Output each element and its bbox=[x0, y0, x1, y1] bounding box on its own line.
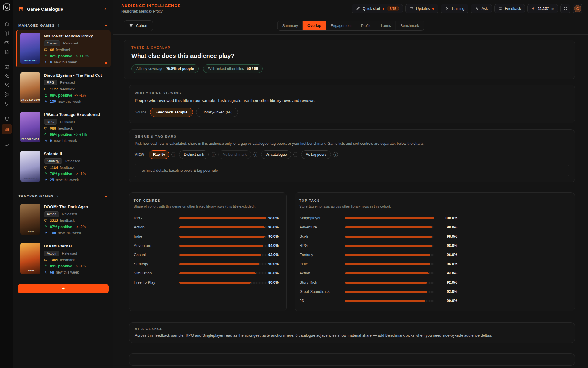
theme-toggle-button[interactable] bbox=[560, 4, 570, 13]
new-count: 9 bbox=[50, 139, 52, 143]
play-icon bbox=[445, 6, 449, 11]
bar-row: 2D 90.0% bbox=[299, 296, 570, 305]
rail-items bbox=[2, 14, 12, 150]
rail-item-trending[interactable] bbox=[2, 141, 12, 150]
feedback-stat: 988 feedback bbox=[44, 126, 100, 131]
genre-badge: RPG bbox=[44, 119, 57, 125]
bar-fill bbox=[179, 236, 265, 238]
bar-row: Singleplayer 100.0% bbox=[299, 213, 570, 223]
chevron-down-icon[interactable] bbox=[104, 194, 108, 198]
rail-item-sparkles[interactable] bbox=[2, 71, 12, 81]
bar-row: Great Soundtrack 92.0% bbox=[299, 287, 570, 296]
bar-fill bbox=[345, 272, 429, 274]
tab-overlap[interactable]: Overlap bbox=[303, 21, 326, 30]
training-button[interactable]: Training bbox=[441, 4, 469, 13]
cohort-button[interactable]: Cohort bbox=[124, 20, 153, 31]
tab-engagement[interactable]: Engagement bbox=[326, 21, 356, 30]
view-pill[interactable]: Vs tag peers bbox=[301, 150, 331, 159]
ask-button[interactable]: Ask bbox=[471, 4, 492, 13]
rail-item-document[interactable] bbox=[2, 47, 12, 56]
game-poster-text: EXOCOLONIST bbox=[20, 138, 40, 140]
feedback-button[interactable]: Feedback bbox=[494, 4, 525, 13]
view-pill[interactable]: Vs benchmark bbox=[218, 150, 251, 159]
info-icon[interactable]: i bbox=[253, 152, 258, 157]
view-pill[interactable]: Raw % bbox=[149, 150, 170, 159]
bar-value: 94.0% bbox=[268, 243, 279, 248]
inbox-icon bbox=[4, 64, 9, 70]
rail-item-analytics[interactable] bbox=[2, 124, 12, 134]
info-icon[interactable]: i bbox=[172, 152, 176, 157]
status-text: Released bbox=[60, 81, 75, 84]
game-info: I Was a Teenage Exocolonist RPG Released… bbox=[44, 112, 100, 143]
game-card[interactable]: DOOM DOOM: The Dark Ages Action Released… bbox=[16, 201, 111, 238]
rail-item-community[interactable] bbox=[2, 114, 12, 123]
bar-track bbox=[345, 282, 434, 284]
game-title: Disco Elysium - The Final Cut bbox=[44, 73, 102, 78]
game-card[interactable]: DOOM DOOM Eternal Action Released 1469 f… bbox=[16, 240, 111, 278]
sparkles-icon bbox=[475, 6, 479, 11]
bar-value: 98.0% bbox=[439, 243, 457, 248]
info-icon[interactable]: i bbox=[211, 152, 216, 157]
info-icon[interactable]: i bbox=[333, 152, 338, 157]
tab-profile[interactable]: Profile bbox=[356, 21, 376, 30]
game-card[interactable]: DISCO ELYSIUM Disco Elysium - The Final … bbox=[16, 69, 111, 107]
rail-item-lightbulb[interactable] bbox=[2, 99, 12, 108]
updates-button[interactable]: Updates bbox=[405, 4, 438, 13]
bar-row: RPG 98.0% bbox=[134, 213, 282, 223]
source-pill[interactable]: Library-linked (66) bbox=[196, 108, 238, 117]
coverage-chip: Affinity coverage 75.8% of people bbox=[131, 64, 199, 73]
game-card[interactable]: EXOCOLONIST I Was a Teenage Exocolonist … bbox=[16, 109, 111, 146]
rail-item-inbox[interactable] bbox=[2, 62, 12, 71]
rail-item-scissors[interactable] bbox=[2, 81, 12, 90]
sparkle-icon bbox=[44, 270, 48, 274]
top-tags-title: TOP TAGS bbox=[299, 199, 570, 202]
trend-delta: ~> -1% bbox=[74, 264, 86, 268]
thumbs-up-icon bbox=[44, 54, 48, 58]
content-scroll[interactable]: TASTE & OVERLAP What else does this audi… bbox=[113, 35, 588, 368]
section-count: 2 bbox=[56, 194, 58, 198]
tab-benchmark[interactable]: Benchmark bbox=[396, 21, 424, 30]
view-pill[interactable]: Vs catalogue bbox=[261, 150, 291, 159]
rail-item-gamepad[interactable] bbox=[2, 38, 12, 47]
game-card[interactable]: NEURONET NeuroNet: Mendax Proxy Casual R… bbox=[16, 30, 111, 67]
bar-track bbox=[179, 236, 268, 238]
add-game-button[interactable]: + bbox=[18, 284, 109, 293]
game-info: DOOM Eternal Action Released 1469 feedba… bbox=[44, 243, 86, 274]
chevron-down-icon[interactable] bbox=[104, 23, 108, 28]
game-card[interactable]: SOLASTA II Solasta II Strategy Released … bbox=[16, 148, 111, 185]
genre-tag-bars-panel: GENRE & TAG BARS Pick how each bar is ca… bbox=[129, 129, 575, 182]
unread-dot bbox=[105, 62, 107, 64]
bar-value: 98.0% bbox=[268, 216, 279, 220]
rail-item-collection[interactable] bbox=[2, 90, 12, 99]
sidebar-collapse-button[interactable] bbox=[103, 7, 108, 12]
page-title: AUDIENCE INTELLIGENCE bbox=[121, 3, 181, 8]
sidebar-section-header[interactable]: MANAGED GAMES 4 bbox=[16, 20, 111, 30]
bar-track bbox=[179, 282, 268, 284]
info-icon[interactable]: i bbox=[293, 152, 298, 157]
sidebar-section-header[interactable]: TRACKED GAMES 2 bbox=[16, 191, 111, 201]
positive-value: 95% positive bbox=[50, 132, 72, 137]
top-tags-card: TOP TAGS Store-tag emphasis across other… bbox=[295, 192, 575, 311]
tab-summary[interactable]: Summary bbox=[278, 21, 303, 30]
source-pill[interactable]: Feedback sample bbox=[150, 108, 193, 117]
bar-value: 92.0% bbox=[439, 289, 457, 294]
rail-item-home[interactable] bbox=[2, 20, 12, 29]
sidebar-divider bbox=[17, 280, 109, 280]
feedback-label: feedback bbox=[60, 219, 75, 223]
feedback-stat: 2232 feedback bbox=[44, 219, 88, 223]
quick-start-label: Quick start bbox=[363, 6, 380, 11]
top-genres-title: TOP GENRES bbox=[134, 199, 282, 202]
credits-value: 11,127 bbox=[538, 6, 549, 11]
tab-lanes[interactable]: Lanes bbox=[376, 21, 396, 30]
quick-start-button[interactable]: Quick start 6/15 bbox=[352, 4, 403, 13]
credits-chip[interactable]: 11,127 cr bbox=[527, 4, 558, 13]
scissors-icon bbox=[4, 82, 9, 88]
at-a-glance-panel: AT A GLANCE Across this feedback sample,… bbox=[129, 322, 575, 343]
speech-bubble-icon bbox=[44, 126, 48, 131]
game-poster: EXOCOLONIST bbox=[20, 112, 40, 142]
ask-label: Ask bbox=[481, 6, 488, 11]
view-pill[interactable]: Distinct rank bbox=[179, 150, 209, 159]
rail-item-book[interactable] bbox=[2, 29, 12, 38]
technical-details-box[interactable]: Technical details: baseline pools & tag-… bbox=[135, 164, 569, 177]
account-button[interactable]: G bbox=[573, 4, 582, 13]
